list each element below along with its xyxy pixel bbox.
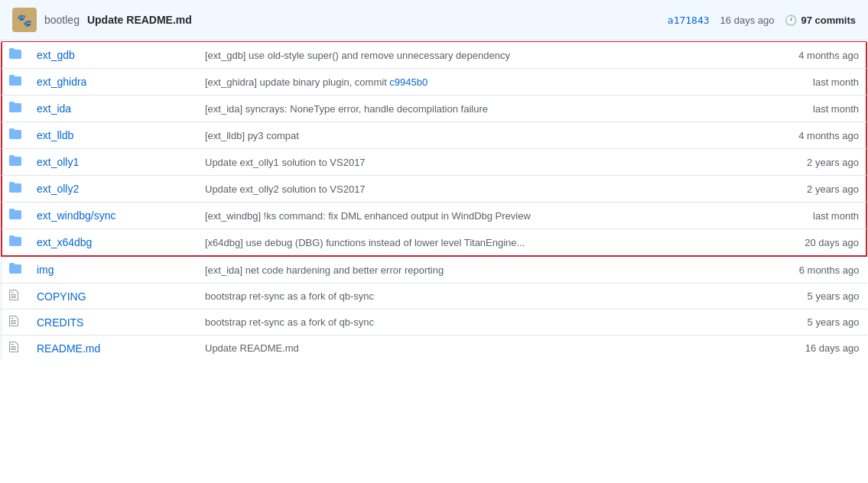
file-type-icon-cell (1, 149, 29, 176)
file-name-cell: img (29, 256, 197, 284)
file-icon (9, 316, 20, 329)
commit-time-cell: 4 months ago (768, 122, 867, 149)
file-name-cell: README.md (29, 336, 197, 361)
repo-avatar: 🐾 (12, 8, 37, 32)
table-row: ext_gdb[ext_gdb] use old-style super() a… (1, 41, 867, 69)
commit-time-cell: last month (768, 203, 867, 229)
commit-message-cell: bootstrap ret-sync as a fork of qb-sync (197, 284, 768, 310)
file-name-link[interactable]: ext_olly1 (37, 156, 79, 168)
table-row: COPYINGbootstrap ret-sync as a fork of q… (1, 284, 867, 310)
repo-name: bootleg (44, 14, 80, 26)
commit-time-cell: 6 months ago (768, 256, 867, 284)
table-row: ext_windbg/sync[ext_windbg] !ks command:… (1, 203, 867, 229)
commit-message: Update README.md (87, 14, 192, 26)
commit-message-cell: bootstrap ret-sync as a fork of qb-sync (197, 310, 768, 336)
file-type-icon-cell (1, 310, 29, 336)
folder-icon (9, 129, 21, 142)
file-name-link[interactable]: ext_ghidra (37, 76, 86, 88)
commit-message-cell: Update ext_olly2 solution to VS2017 (197, 176, 768, 203)
file-icon (9, 342, 20, 355)
file-type-icon-cell (1, 69, 29, 96)
commits-count: 97 commits (801, 15, 856, 26)
clock-icon: 🕐 (785, 15, 797, 26)
commit-message-cell: [ext_gdb] use old-style super() and remo… (197, 41, 768, 69)
file-table: ext_gdb[ext_gdb] use old-style super() a… (0, 41, 868, 361)
commit-time-cell: 5 years ago (768, 310, 867, 336)
commit-time-cell: 4 months ago (768, 41, 867, 69)
table-row: CREDITSbootstrap ret-sync as a fork of q… (1, 310, 867, 336)
commit-time-cell: 2 years ago (768, 176, 867, 203)
table-row: ext_ghidra[ext_ghidra] update binary plu… (1, 69, 867, 96)
commit-message-cell: [ext_windbg] !ks command: fix DML enhanc… (197, 203, 768, 229)
avatar-icon: 🐾 (17, 13, 32, 28)
commit-message-cell: [ext_ida] net code hardening and better … (197, 256, 768, 284)
file-name-cell: ext_x64dbg (29, 229, 197, 257)
commit-message-cell: [x64dbg] use debug (DBG) functions inste… (197, 229, 768, 257)
folder-icon (9, 183, 21, 196)
file-table-wrapper: ext_gdb[ext_gdb] use old-style super() a… (0, 41, 868, 361)
table-row: ext_olly2Update ext_olly2 solution to VS… (1, 176, 867, 203)
folder-icon (9, 236, 21, 249)
file-name-cell: ext_gdb (29, 41, 197, 69)
table-row: ext_lldb[ext_lldb] py3 compat4 months ag… (1, 122, 867, 149)
file-name-link[interactable]: ext_olly2 (37, 183, 79, 195)
file-name-cell: ext_olly1 (29, 149, 197, 176)
file-name-cell: ext_ida (29, 96, 197, 122)
file-type-icon-cell (1, 284, 29, 310)
commit-time-cell: 16 days ago (768, 336, 867, 361)
folder-icon (9, 76, 21, 89)
commit-hash[interactable]: a171843 (668, 15, 710, 26)
file-type-icon-cell (1, 176, 29, 203)
commit-message-cell: Update README.md (197, 336, 768, 361)
file-type-icon-cell (1, 256, 29, 284)
table-row: ext_x64dbg[x64dbg] use debug (DBG) funct… (1, 229, 867, 257)
file-name-cell: CREDITS (29, 310, 197, 336)
file-name-cell: COPYING (29, 284, 197, 310)
commit-time-cell: 5 years ago (768, 284, 867, 310)
file-name-link[interactable]: ext_gdb (37, 49, 75, 61)
file-type-icon-cell (1, 96, 29, 122)
table-row: img[ext_ida] net code hardening and bett… (1, 256, 867, 284)
file-type-icon-cell (1, 122, 29, 149)
file-name-link[interactable]: ext_windbg/sync (37, 209, 116, 222)
table-row: README.mdUpdate README.md16 days ago (1, 336, 867, 361)
repo-header-right: a171843 16 days ago 🕐 97 commits (668, 15, 856, 26)
file-type-icon-cell (1, 41, 29, 69)
commits-button[interactable]: 🕐 97 commits (785, 15, 856, 26)
file-name-link[interactable]: img (37, 264, 54, 276)
file-type-icon-cell (1, 203, 29, 229)
commit-time-cell: 2 years ago (768, 149, 867, 176)
commit-time-cell: last month (768, 96, 867, 122)
commit-hash-link[interactable]: c9945b0 (389, 76, 427, 88)
file-name-link[interactable]: ext_lldb (37, 129, 73, 141)
file-name-cell: ext_lldb (29, 122, 197, 149)
folder-icon (9, 209, 21, 222)
commit-message-cell: [ext_ghidra] update binary plugin, commi… (197, 69, 768, 96)
repo-header: 🐾 bootleg Update README.md a171843 16 da… (0, 0, 868, 41)
file-name-cell: ext_windbg/sync (29, 203, 197, 229)
commit-message-cell: Update ext_olly1 solution to VS2017 (197, 149, 768, 176)
commit-time-cell: 20 days ago (768, 229, 867, 257)
repo-header-left: 🐾 bootleg Update README.md (12, 8, 192, 32)
commit-message-cell: [ext_ida] syncrays: NoneType error, hand… (197, 96, 768, 122)
file-type-icon-cell (1, 336, 29, 361)
file-icon (9, 290, 20, 303)
file-name-link[interactable]: ext_ida (37, 102, 71, 115)
file-name-link[interactable]: COPYING (37, 290, 86, 303)
commit-message-cell: [ext_lldb] py3 compat (197, 122, 768, 149)
file-name-link[interactable]: README.md (37, 342, 100, 355)
commit-time-cell: last month (768, 69, 867, 96)
file-name-cell: ext_ghidra (29, 69, 197, 96)
commit-time: 16 days ago (720, 15, 775, 26)
file-name-link[interactable]: ext_x64dbg (37, 236, 92, 248)
folder-icon (9, 49, 21, 62)
folder-icon (9, 156, 21, 169)
folder-icon (9, 102, 21, 115)
file-type-icon-cell (1, 229, 29, 257)
file-name-cell: ext_olly2 (29, 176, 197, 203)
folder-icon (9, 264, 21, 277)
table-row: ext_ida[ext_ida] syncrays: NoneType erro… (1, 96, 867, 122)
table-row: ext_olly1Update ext_olly1 solution to VS… (1, 149, 867, 176)
file-name-link[interactable]: CREDITS (37, 316, 83, 329)
